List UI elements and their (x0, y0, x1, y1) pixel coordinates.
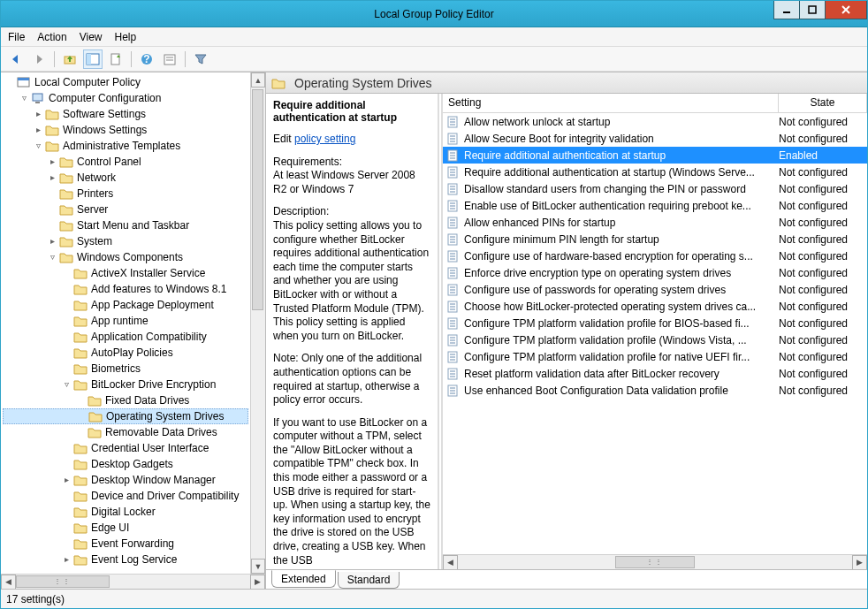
col-setting[interactable]: Setting (443, 94, 779, 112)
twisty-icon[interactable]: ▿ (33, 141, 43, 151)
tree-item[interactable]: Biometrics (3, 361, 248, 377)
edit-policy-link[interactable]: policy setting (294, 133, 355, 145)
twisty-icon[interactable]: ▿ (61, 379, 72, 390)
tree-item[interactable]: Desktop Gadgets (3, 456, 248, 472)
policy-icon (446, 300, 461, 314)
setting-row[interactable]: Enable use of BitLocker authentication r… (443, 197, 867, 214)
twisty-icon (4, 77, 15, 88)
setting-row[interactable]: Allow enhanced PINs for startupNot confi… (443, 214, 867, 231)
setting-row[interactable]: Configure use of hardware-based encrypti… (443, 247, 867, 264)
close-button[interactable] (825, 1, 867, 19)
scroll-right-icon[interactable]: ▶ (250, 575, 265, 590)
setting-row[interactable]: Enforce drive encryption type on operati… (443, 264, 867, 281)
setting-row[interactable]: Disallow standard users from changing th… (443, 180, 867, 197)
tree-item[interactable]: ▿Computer Configuration (3, 90, 248, 106)
scroll-down-icon[interactable]: ▼ (251, 559, 265, 574)
folder-icon (73, 346, 88, 359)
twisty-icon[interactable]: ▸ (47, 236, 57, 247)
tree-item[interactable]: ▸Desktop Window Manager (3, 472, 248, 488)
tree-item-label: App Package Deployment (91, 299, 214, 311)
twisty-icon[interactable]: ▿ (47, 252, 57, 263)
tree-item[interactable]: AutoPlay Policies (3, 345, 248, 361)
minimize-button[interactable] (773, 1, 800, 19)
setting-row[interactable]: Choose how BitLocker-protected operating… (443, 298, 867, 315)
list-hscroll[interactable]: ◀ ⋮⋮ ▶ (443, 554, 867, 569)
forward-button[interactable] (29, 49, 49, 69)
menu-action[interactable]: Action (37, 31, 66, 43)
twisty-icon[interactable]: ▸ (47, 156, 57, 167)
up-folder-icon[interactable] (60, 49, 80, 69)
menu-view[interactable]: View (80, 31, 103, 43)
tree-item[interactable]: Printers (3, 186, 248, 202)
setting-row[interactable]: Configure TPM platform validation profil… (443, 331, 867, 348)
tree-item-label: Desktop Window Manager (91, 474, 216, 486)
tree-item[interactable]: Edge UI (3, 520, 248, 536)
tree-item[interactable]: ▸Event Log Service (3, 552, 248, 567)
tree-item[interactable]: Start Menu and Taskbar (3, 217, 248, 233)
setting-row[interactable]: Configure TPM platform validation profil… (443, 315, 867, 331)
tree-item[interactable]: Application Compatibility (3, 329, 248, 345)
tree-item[interactable]: ▿Administrative Templates (3, 138, 248, 154)
tree-item[interactable]: Local Computer Policy (3, 74, 248, 90)
scroll-left-icon[interactable]: ◀ (1, 575, 16, 590)
setting-row[interactable]: Require additional authentication at sta… (443, 164, 867, 180)
setting-title: Require additional authentication at sta… (273, 99, 430, 124)
tree-item-label: Computer Configuration (49, 92, 161, 104)
tree-item[interactable]: Credential User Interface (3, 440, 248, 456)
twisty-icon[interactable]: ▸ (61, 554, 72, 565)
twisty-icon[interactable]: ▿ (19, 93, 29, 103)
tree-item[interactable]: ActiveX Installer Service (3, 265, 248, 281)
scroll-left-icon[interactable]: ◀ (443, 555, 458, 570)
list-body[interactable]: Allow network unlock at startupNot confi… (443, 113, 867, 554)
filter-icon[interactable] (191, 49, 210, 69)
setting-row[interactable]: Require additional authentication at sta… (443, 147, 867, 164)
twisty-icon[interactable]: ▸ (33, 109, 43, 119)
twisty-icon (75, 395, 86, 406)
twisty-icon[interactable]: ▸ (47, 172, 57, 183)
policy-icon (446, 249, 461, 263)
tree-item[interactable]: ▸Software Settings (3, 106, 248, 122)
setting-row[interactable]: Configure TPM platform validation profil… (443, 348, 867, 365)
setting-row[interactable]: Use enhanced Boot Configuration Data val… (443, 382, 867, 399)
tree-item[interactable]: Device and Driver Compatibility (3, 488, 248, 504)
properties-icon[interactable] (160, 49, 179, 69)
setting-row[interactable]: Allow Secure Boot for integrity validati… (443, 130, 867, 147)
setting-row[interactable]: Configure minimum PIN length for startup… (443, 231, 867, 247)
tree-item[interactable]: Add features to Windows 8.1 (3, 281, 248, 297)
tree-item[interactable]: ▸System (3, 233, 248, 249)
tab-standard[interactable]: Standard (338, 572, 400, 589)
back-button[interactable] (6, 49, 26, 69)
tab-extended[interactable]: Extended (271, 570, 336, 588)
tree-item[interactable]: App Package Deployment (3, 297, 248, 313)
twisty-icon[interactable]: ▸ (33, 125, 43, 135)
tree-item[interactable]: ▸Network (3, 170, 248, 186)
setting-row[interactable]: Reset platform validation data after Bit… (443, 365, 867, 382)
setting-row[interactable]: Configure use of passwords for operating… (443, 281, 867, 298)
tree-item[interactable]: ▸Control Panel (3, 154, 248, 170)
tree-scrollbar[interactable]: ▲ ▼ (250, 72, 265, 574)
show-hide-tree-icon[interactable] (83, 49, 103, 69)
scroll-up-icon[interactable]: ▲ (251, 72, 265, 88)
tree-item[interactable]: App runtime (3, 313, 248, 329)
maximize-button[interactable] (799, 1, 826, 19)
tree-item[interactable]: Server (3, 202, 248, 217)
help-icon[interactable]: ? (137, 49, 156, 69)
tree-item[interactable]: ▿BitLocker Drive Encryption (3, 377, 248, 392)
tree-item[interactable]: Removable Data Drives (3, 424, 248, 440)
tree-item[interactable]: ▿Windows Components (3, 249, 248, 265)
setting-name: Disallow standard users from changing th… (464, 183, 779, 195)
tree-item[interactable]: Digital Locker (3, 504, 248, 520)
tree-item[interactable]: Operating System Drives (3, 408, 248, 424)
twisty-icon[interactable]: ▸ (61, 475, 72, 485)
scroll-right-icon[interactable]: ▶ (852, 555, 867, 570)
menu-help[interactable]: Help (115, 31, 137, 43)
tree-item[interactable]: ▸Windows Settings (3, 122, 248, 138)
tree-item[interactable]: Fixed Data Drives (3, 392, 248, 408)
setting-row[interactable]: Allow network unlock at startupNot confi… (443, 113, 867, 130)
col-state[interactable]: State (779, 94, 867, 112)
tree-hscroll[interactable]: ◀ ⋮⋮ ▶ (1, 574, 265, 589)
menu-file[interactable]: File (8, 31, 25, 43)
tree-scroll[interactable]: Local Computer Policy▿Computer Configura… (1, 72, 250, 574)
export-list-icon[interactable] (106, 49, 126, 69)
tree-item[interactable]: Event Forwarding (3, 536, 248, 552)
